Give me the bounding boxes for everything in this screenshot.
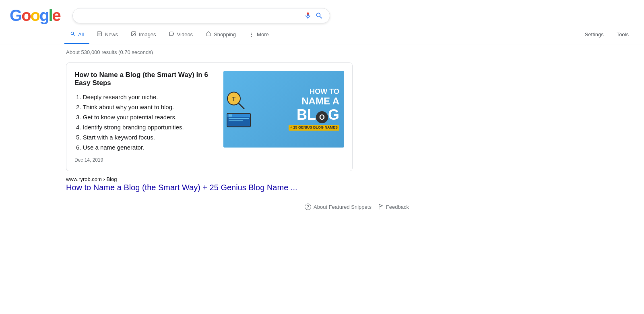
svg-marker-6 [173, 33, 174, 35]
snippet-list: 1. Deeply research your niche. 2. Think … [74, 94, 215, 151]
svg-rect-5 [169, 32, 173, 35]
image-left-decor: T [227, 91, 251, 127]
list-item: 3. Get to know your potential readers. [74, 114, 215, 121]
list-item: 5. Start with a keyword focus. [74, 134, 215, 141]
more-nav-icon: ⋮ [249, 31, 254, 38]
svg-text:T: T [232, 96, 236, 102]
search-result: www.ryrob.com › Blog How to Name a Blog … [66, 176, 353, 192]
about-snippets-label: About Featured Snippets [314, 204, 372, 210]
snippet-content: How to Name a Blog (the Smart Way) in 6 … [74, 71, 215, 163]
nav-videos-label: Videos [177, 31, 193, 37]
about-featured-snippets-link[interactable]: ? About Featured Snippets [305, 204, 372, 210]
nav-item-all[interactable]: All [64, 26, 89, 44]
feedback-label: Feedback [386, 204, 409, 210]
snippet-title: How to Name a Blog (the Smart Way) in 6 … [74, 71, 215, 87]
images-nav-icon [131, 31, 136, 38]
snippet-date: Dec 14, 2019 [74, 157, 215, 163]
nav-settings[interactable]: Settings [579, 27, 609, 44]
nav-images-label: Images [139, 31, 156, 37]
nav-more-label: More [257, 31, 269, 37]
list-item: 4. Identify strong branding opportunitie… [74, 124, 215, 131]
browser-mock [227, 113, 251, 127]
nav-bar: All News Images Videos [0, 26, 644, 44]
videos-nav-icon [169, 31, 175, 38]
search-input[interactable]: "how to name a blog" [79, 12, 301, 19]
flag-icon [378, 204, 384, 210]
result-url: www.ryrob.com › Blog [66, 176, 353, 182]
list-item: 2. Think about why you want to blog. [74, 104, 215, 110]
nav-item-videos[interactable]: Videos [163, 26, 199, 44]
nav-settings-label: Settings [585, 31, 604, 37]
nav-news-label: News [105, 31, 118, 37]
nav-all-label: All [78, 31, 84, 37]
snippet-image: T HOW TO N [223, 71, 344, 148]
google-logo[interactable]: Google [10, 6, 60, 25]
list-item: 6. Use a name generator. [74, 144, 215, 151]
question-icon: ? [305, 204, 311, 210]
nav-shopping-label: Shopping [214, 31, 236, 37]
nav-item-images[interactable]: Images [125, 26, 162, 44]
svg-line-9 [239, 104, 244, 109]
main-content: How to Name a Blog (the Smart Way) in 6 … [0, 57, 362, 200]
search-nav-icon [70, 31, 76, 38]
svg-point-4 [132, 33, 133, 33]
nav-tools-label: Tools [617, 31, 629, 37]
nav-item-shopping[interactable]: Shopping [200, 26, 242, 44]
magnifier-icon: T [227, 91, 245, 110]
list-item: 1. Deeply research your niche. [74, 94, 215, 100]
nav-separator [278, 31, 278, 39]
nav-item-more[interactable]: ⋮ More [243, 27, 275, 44]
result-title[interactable]: How to Name a Blog (the Smart Way) + 25 … [66, 183, 297, 192]
header: Google "how to name a blog" [0, 0, 644, 25]
feedback-link[interactable]: Feedback [378, 204, 409, 210]
nav-tools[interactable]: Tools [611, 27, 634, 44]
results-stats: About 530,000 results (0.70 seconds) [0, 44, 644, 57]
image-text: HOW TO NAME A BLOG + 25 GENIUS BLOG NAME… [289, 88, 339, 130]
search-bar: "how to name a blog" [72, 8, 330, 23]
news-nav-icon [97, 31, 102, 38]
shopping-nav-icon [206, 31, 211, 38]
search-icon[interactable] [315, 12, 323, 20]
nav-item-news[interactable]: News [91, 26, 124, 44]
mic-icon[interactable] [304, 12, 312, 20]
featured-snippet-card: How to Name a Blog (the Smart Way) in 6 … [66, 62, 353, 171]
footer-actions: ? About Featured Snippets Feedback [56, 200, 419, 213]
